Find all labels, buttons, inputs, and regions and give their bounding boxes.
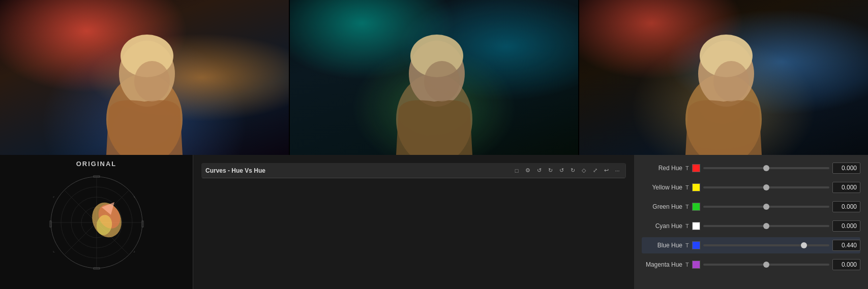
cyan-hue-color[interactable] <box>692 222 700 230</box>
hue-row-yellow: Yellow Hue T 0.000 <box>642 179 860 196</box>
blue-hue-thumb[interactable] <box>801 242 807 248</box>
blue-hue-color[interactable] <box>692 241 700 249</box>
green-hue-t[interactable]: T <box>685 204 689 210</box>
red-hue-slider[interactable] <box>703 167 829 169</box>
person-figure-3 <box>652 18 795 155</box>
cyan-hue-label: Cyan Hue <box>642 222 682 230</box>
magenta-hue-t[interactable]: T <box>685 262 689 268</box>
cyan-hue-value[interactable]: 0.000 <box>832 220 860 232</box>
svg-point-11 <box>713 61 749 102</box>
redo-icon[interactable]: ↻ <box>546 167 554 175</box>
undo-icon[interactable]: ↺ <box>535 167 543 175</box>
window-icon[interactable]: □ <box>513 167 521 175</box>
more-icon[interactable]: ··· <box>613 167 621 175</box>
yellow-hue-value[interactable]: 0.000 <box>832 182 860 193</box>
red-hue-t[interactable]: T <box>685 165 689 171</box>
blue-hue-t[interactable]: T <box>685 242 689 248</box>
settings-icon[interactable]: ⚙ <box>524 167 532 175</box>
red-hue-color[interactable] <box>692 164 700 172</box>
green-hue-slider[interactable] <box>703 206 829 208</box>
redo2-icon[interactable]: ↻ <box>568 167 577 175</box>
vectorscope-svg: ⌜ ⌝ ⌞ ⌟ <box>46 172 147 273</box>
yellow-hue-color[interactable] <box>692 183 700 191</box>
magenta-hue-thumb[interactable] <box>763 262 769 268</box>
svg-text:⌞: ⌞ <box>53 248 55 253</box>
blue-hue-label: Blue Hue <box>642 242 682 249</box>
video-panel-grade2 <box>578 0 868 155</box>
undo2-icon[interactable]: ↺ <box>557 167 565 175</box>
curves-panel-wrapper: Curves - Hue Vs Hue □ ⚙ ↺ ↻ ↺ ↻ ◇ ⤢ ↩ ··… <box>193 155 634 289</box>
magenta-hue-value[interactable]: 0.000 <box>832 259 860 270</box>
vectorscope-display: ⌜ ⌝ ⌞ ⌟ <box>46 172 147 273</box>
diamond-icon[interactable]: ◇ <box>580 167 588 175</box>
yellow-hue-t[interactable]: T <box>685 184 689 190</box>
cyan-hue-slider[interactable] <box>703 225 829 227</box>
person-figure-1 <box>73 18 216 155</box>
video-panel-grade1 <box>289 0 579 155</box>
hue-panel: Red Hue T 0.000 Yellow Hue T 0.000 Green… <box>634 155 868 289</box>
green-hue-thumb[interactable] <box>763 204 769 210</box>
hue-row-magenta: Magenta Hue T 0.000 <box>642 256 860 273</box>
video-panels-row <box>0 0 868 155</box>
red-hue-label: Red Hue <box>642 165 682 172</box>
hue-row-cyan: Cyan Hue T 0.000 <box>642 218 860 234</box>
expand-icon[interactable]: ⤢ <box>591 167 599 175</box>
reset-icon[interactable]: ↩ <box>602 167 610 175</box>
cyan-hue-thumb[interactable] <box>763 223 769 229</box>
svg-point-7 <box>424 61 460 102</box>
green-hue-value[interactable]: 0.000 <box>832 201 860 212</box>
red-hue-thumb[interactable] <box>763 165 769 171</box>
cyan-hue-t[interactable]: T <box>685 223 689 229</box>
bottom-row: ORIGINAL <box>0 155 868 289</box>
hue-row-red: Red Hue T 0.000 <box>642 160 860 176</box>
vectorscope-title: ORIGINAL <box>76 160 117 168</box>
yellow-hue-slider[interactable] <box>703 186 829 188</box>
red-hue-value[interactable]: 0.000 <box>832 163 860 174</box>
hue-row-blue: Blue Hue T 0.440 <box>642 237 860 253</box>
hue-row-green: Green Hue T 0.000 <box>642 199 860 215</box>
magenta-hue-color[interactable] <box>692 261 700 269</box>
svg-text:⌟: ⌟ <box>133 248 135 253</box>
video-panel-original <box>0 0 289 155</box>
yellow-hue-thumb[interactable] <box>763 184 769 190</box>
vectorscope-panel: ORIGINAL <box>0 155 193 289</box>
magenta-hue-label: Magenta Hue <box>642 261 682 268</box>
green-hue-label: Green Hue <box>642 203 682 210</box>
svg-text:⌜: ⌜ <box>53 196 55 201</box>
blue-hue-value[interactable]: 0.440 <box>832 240 860 251</box>
blue-hue-slider[interactable] <box>703 244 829 246</box>
yellow-hue-label: Yellow Hue <box>642 184 682 191</box>
svg-text:⌝: ⌝ <box>133 196 135 201</box>
svg-point-3 <box>134 61 170 102</box>
curves-title: Curves - Hue Vs Hue <box>205 167 510 174</box>
curves-header: Curves - Hue Vs Hue □ ⚙ ↺ ↻ ↺ ↻ ◇ ⤢ ↩ ··… <box>201 163 625 178</box>
curves-panel: Curves - Hue Vs Hue □ ⚙ ↺ ↻ ↺ ↻ ◇ ⤢ ↩ ··… <box>201 163 626 178</box>
magenta-hue-slider[interactable] <box>703 264 829 266</box>
green-hue-color[interactable] <box>692 203 700 211</box>
person-figure-2 <box>363 18 505 155</box>
